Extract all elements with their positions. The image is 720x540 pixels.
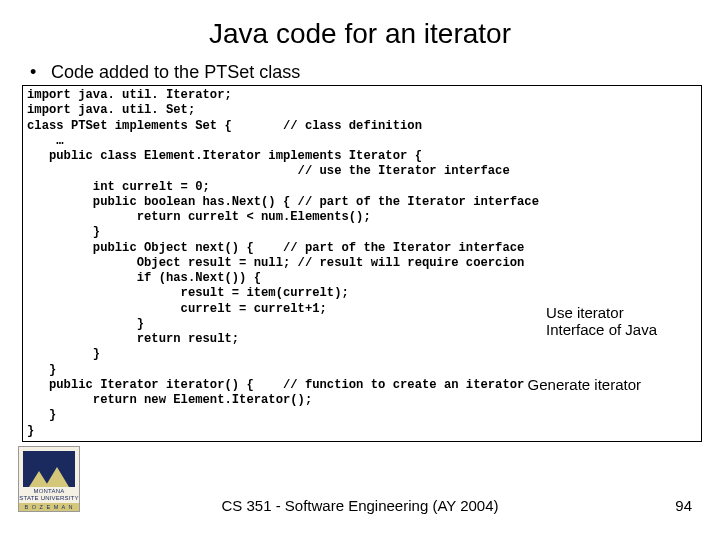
footer-text: CS 351 - Software Engineering (AY 2004) <box>0 497 720 514</box>
logo-mountains-icon <box>23 451 75 487</box>
callout-iterator-interface: Use iterator Interface of Java <box>546 304 657 339</box>
slide-title: Java code for an iterator <box>0 0 720 50</box>
bullet-dot: • <box>30 62 46 83</box>
code-text: import java. util. Iterator; import java… <box>27 88 539 438</box>
slide: Java code for an iterator • Code added t… <box>0 0 720 540</box>
code-block: import java. util. Iterator; import java… <box>22 85 702 442</box>
page-number: 94 <box>675 497 692 514</box>
bullet-text: Code added to the PTSet class <box>51 62 300 82</box>
callout-generate-iterator: Generate iterator <box>528 376 641 393</box>
logo-line1: MONTANA <box>19 488 79 494</box>
bullet-line: • Code added to the PTSet class <box>0 62 720 83</box>
